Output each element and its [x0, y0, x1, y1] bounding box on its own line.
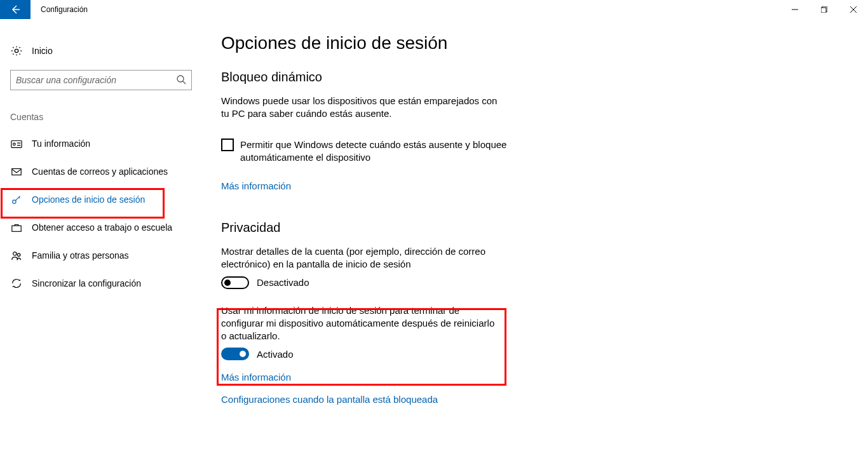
dynamic-lock-checkbox-label: Permitir que Windows detecte cuándo está…: [240, 139, 520, 165]
id-card-icon: [10, 138, 23, 149]
search-input[interactable]: [16, 75, 176, 85]
people-icon: [10, 250, 23, 261]
back-button[interactable]: [0, 0, 31, 19]
privacy-toggle1-label: Desactivado: [257, 277, 309, 288]
mail-icon: [10, 166, 23, 177]
sidebar-item-work-school[interactable]: Obtener acceso a trabajo o escuela: [10, 213, 203, 241]
svg-rect-7: [12, 226, 21, 231]
svg-rect-5: [12, 169, 21, 175]
sidebar: Inicio Cuentas Tu información: [0, 19, 203, 460]
dynamic-lock-checkbox[interactable]: [221, 139, 234, 151]
lockscreen-settings-link[interactable]: Configuraciones cuando la pantalla está …: [221, 394, 438, 405]
dynamic-lock-checkbox-row: Permitir que Windows detecte cuándo está…: [221, 139, 520, 165]
minimize-button[interactable]: [780, 0, 810, 19]
window-controls: [780, 0, 868, 19]
privacy-toggle2-row: Activado: [221, 348, 501, 360]
sidebar-item-sync[interactable]: Sincronizar la configuración: [10, 269, 203, 297]
page-title: Opciones de inicio de sesión: [221, 33, 648, 53]
dynamic-lock-heading: Bloqueo dinámico: [221, 70, 648, 85]
sync-icon: [10, 278, 23, 289]
home-label: Inicio: [32, 46, 53, 56]
dynamic-lock-more-info-link[interactable]: Más información: [221, 180, 291, 191]
arrow-left-icon: [10, 4, 20, 15]
search-icon: [176, 74, 186, 86]
sidebar-item-label: Familia y otras personas: [32, 250, 129, 260]
sidebar-item-label: Cuentas de correos y aplicaciones: [32, 166, 168, 177]
titlebar: Configuración: [0, 0, 868, 19]
close-button[interactable]: [839, 0, 868, 19]
dynamic-lock-desc: Windows puede usar los dispositivos que …: [221, 95, 507, 121]
svg-point-1: [15, 49, 18, 52]
privacy-heading: Privacidad: [221, 220, 648, 235]
privacy-toggle2-label: Activado: [257, 349, 294, 360]
sidebar-item-family[interactable]: Familia y otras personas: [10, 241, 203, 269]
svg-point-9: [17, 254, 20, 257]
sidebar-item-label: Tu información: [32, 139, 90, 149]
sidebar-section-label: Cuentas: [10, 112, 203, 122]
gear-icon: [10, 45, 23, 57]
svg-point-8: [13, 252, 17, 255]
svg-rect-0: [821, 8, 826, 13]
briefcase-icon: [10, 222, 23, 233]
privacy-desc2: Usar mi información de inicio de sesión …: [221, 304, 501, 343]
window-title: Configuración: [41, 5, 88, 14]
sidebar-item-email-accounts[interactable]: Cuentas de correos y aplicaciones: [10, 158, 203, 186]
key-icon: [10, 194, 23, 205]
privacy-desc1: Mostrar detalles de la cuenta (por ejemp…: [221, 245, 507, 271]
sidebar-item-signin-options[interactable]: Opciones de inicio de sesión: [10, 186, 203, 213]
search-box[interactable]: [10, 70, 192, 90]
nav-list: Tu información Cuentas de correos y apli…: [10, 130, 203, 297]
minimize-icon: [792, 6, 798, 13]
sidebar-item-your-info[interactable]: Tu información: [10, 130, 203, 158]
sidebar-item-label: Sincronizar la configuración: [32, 278, 141, 288]
privacy-more-info-link[interactable]: Más información: [221, 372, 291, 382]
privacy-toggle-use-signin-info[interactable]: [221, 348, 249, 360]
maximize-icon: [821, 6, 827, 13]
close-icon: [850, 6, 857, 13]
svg-point-4: [13, 143, 16, 145]
sidebar-item-label: Obtener acceso a trabajo o escuela: [32, 222, 172, 233]
privacy-toggle-account-details[interactable]: [221, 276, 249, 289]
main-panel: Opciones de inicio de sesión Bloqueo din…: [203, 19, 648, 460]
privacy-toggle1-row: Desactivado: [221, 276, 648, 289]
sidebar-item-label: Opciones de inicio de sesión: [32, 194, 145, 205]
home-link[interactable]: Inicio: [10, 38, 203, 64]
maximize-button[interactable]: [810, 0, 839, 19]
svg-point-2: [177, 76, 184, 82]
